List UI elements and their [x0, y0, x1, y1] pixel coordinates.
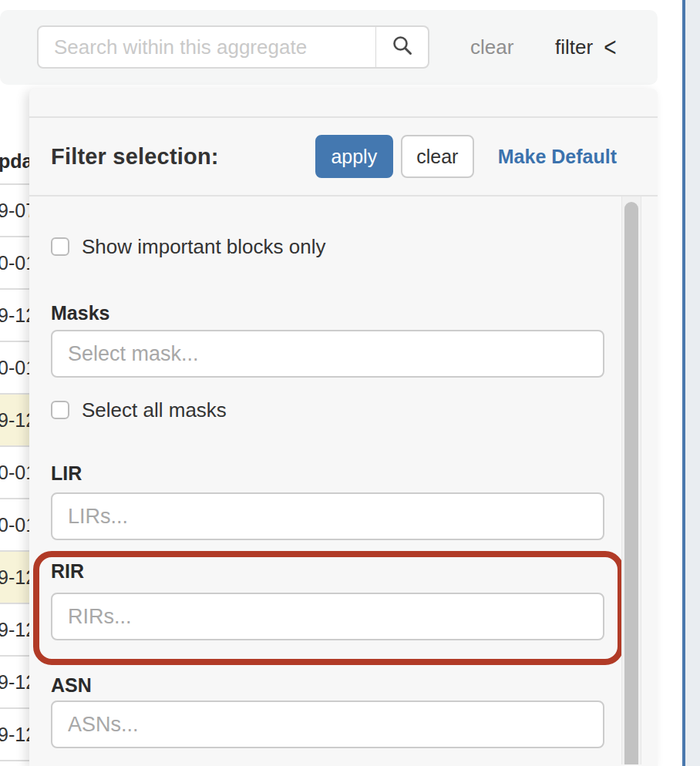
- search-button[interactable]: [376, 25, 429, 69]
- filter-panel-header: Filter selection: apply clear Make Defau…: [29, 118, 658, 197]
- asn-label: ASN: [51, 674, 588, 696]
- make-default-label: Make Default: [498, 146, 617, 167]
- search-group: [37, 25, 429, 69]
- rir-select-input[interactable]: [51, 593, 604, 640]
- asn-select-input[interactable]: [51, 700, 604, 748]
- clear-button-label: clear: [416, 146, 458, 168]
- show-important-blocks-checkbox[interactable]: [51, 237, 69, 256]
- apply-button[interactable]: apply: [315, 135, 393, 178]
- aggregate-toolbar: clear filter <: [0, 10, 658, 85]
- lir-label: LIR: [51, 462, 588, 484]
- panel-top-gap: [29, 89, 658, 118]
- search-input[interactable]: [37, 25, 376, 69]
- toolbar-filter-toggle[interactable]: filter <: [555, 10, 616, 85]
- panel-scrollbar-thumb[interactable]: [624, 202, 638, 764]
- filter-panel: Filter selection: apply clear Make Defau…: [29, 89, 658, 766]
- toolbar-clear-link[interactable]: clear: [470, 10, 513, 85]
- clear-button[interactable]: clear: [401, 135, 474, 178]
- rir-label: RIR: [51, 560, 604, 582]
- toolbar-filter-label: filter: [555, 35, 593, 59]
- apply-button-label: apply: [331, 146, 377, 168]
- select-all-masks-row[interactable]: Select all masks: [51, 398, 588, 422]
- toolbar-clear-label: clear: [470, 35, 513, 59]
- show-important-blocks-row[interactable]: Show important blocks only: [51, 235, 588, 258]
- show-important-blocks-label: Show important blocks only: [82, 235, 325, 258]
- masks-select-input[interactable]: [51, 330, 604, 378]
- masks-label: Masks: [51, 302, 588, 324]
- filter-panel-body: Show important blocks only Masks Select …: [29, 197, 658, 764]
- make-default-link[interactable]: Make Default: [498, 146, 617, 168]
- right-edge-gutter: [685, 0, 700, 766]
- lir-select-input[interactable]: [51, 492, 604, 540]
- chevron-left-icon: <: [604, 32, 616, 63]
- select-all-masks-checkbox[interactable]: [51, 401, 69, 419]
- search-icon: [391, 34, 414, 60]
- filter-panel-title: Filter selection:: [51, 144, 219, 170]
- rir-annotation-ring: RIR: [33, 551, 624, 665]
- select-all-masks-label: Select all masks: [82, 398, 227, 422]
